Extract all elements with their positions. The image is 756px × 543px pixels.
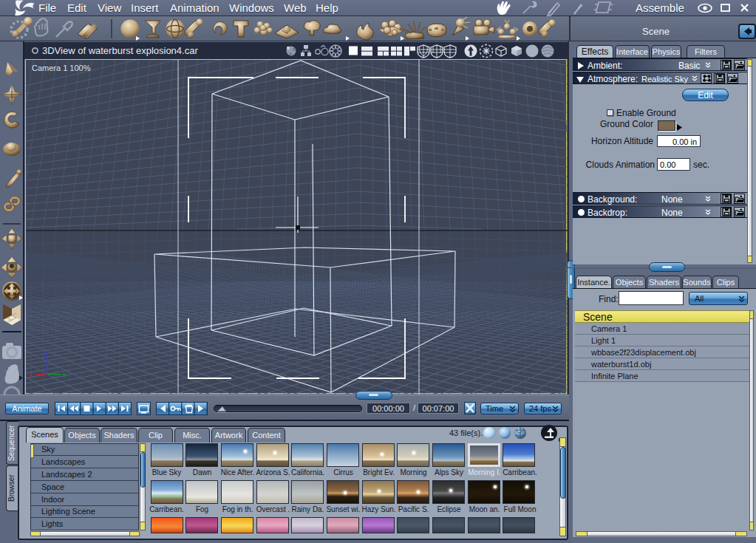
svg-text:x: x <box>29 371 33 378</box>
svg-text:Z: Z <box>44 349 49 357</box>
svg-text:Y: Y <box>62 372 67 379</box>
